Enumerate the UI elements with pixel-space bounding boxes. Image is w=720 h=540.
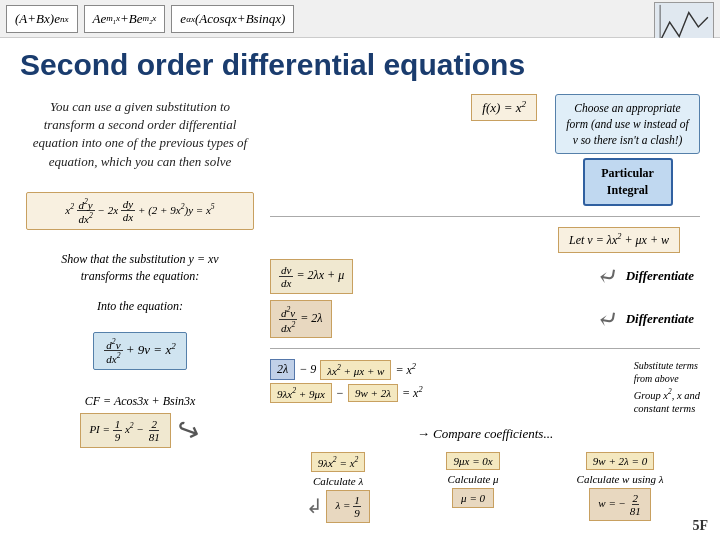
calc-mu-label: Calculate μ: [448, 473, 499, 485]
lambda-result-row: ↲ λ = 1 9: [306, 490, 369, 523]
formula-3: eαx(Acosqx + Bsinqx): [171, 5, 294, 33]
big-equation-block: x2 d2y dx2 − 2x dy dx + (2 + 9x2)y = x5: [20, 189, 260, 233]
nine-w-expr: 9w + 2λ: [348, 384, 398, 402]
slide-title: Second order differential equations: [20, 48, 700, 82]
lambda-eq: 9λx2 = x2: [311, 452, 366, 472]
calculate-row: 9λx2 = x2 Calculate λ ↲ λ = 1 9: [270, 452, 700, 523]
formula-1: (A + Bx)enx: [6, 5, 78, 33]
pi-equation: PI = 1 9 x2 − 2 81: [80, 413, 170, 448]
left-column: You can use a given substitution to tran…: [20, 94, 260, 523]
group-label: Group x2, x andconstant terms: [634, 387, 700, 416]
nine-lambda-expr: 9λx2 + 9μx: [270, 383, 332, 403]
diff2-row: d2v dx2 = 2λ ⤶ Differentiate: [270, 300, 694, 338]
fx-equation: f(x) = x2: [471, 94, 537, 121]
diff1-arrow: ⤶: [593, 259, 620, 293]
mu-result: μ = 0: [452, 488, 494, 508]
choose-box: Choose an appropriate form (and use w in…: [555, 94, 700, 154]
diff2-arrow: ⤶: [593, 302, 620, 336]
let-equation-row: Let v = λx2 + μx + w: [270, 227, 690, 253]
equals-x2-2: = x2: [402, 385, 423, 401]
inner-equation-block: d2v dx2 + 9v = x2: [20, 332, 260, 370]
intro-text: You can use a given substitution to tran…: [20, 94, 260, 175]
minus-sign: − 9: [299, 362, 316, 377]
right-column: f(x) = x2 Choose an appropriate form (an…: [270, 94, 700, 523]
lambda-result: λ = 1 9: [326, 490, 369, 523]
compare-text: → Compare coefficients...: [270, 426, 700, 442]
divider-1: [270, 216, 700, 217]
diff2-label: Differentiate: [626, 311, 694, 327]
mu-result-row: μ = 0: [452, 488, 494, 508]
w-eq: 9w + 2λ = 0: [586, 452, 654, 470]
into-text: Into the equation:: [20, 299, 260, 314]
content-area: You can use a given substitution to tran…: [20, 94, 700, 516]
divider-2: [270, 348, 700, 349]
diff1-row: dv dx = 2λx + μ ⤶ Differentiate: [270, 259, 694, 294]
calc-lambda: 9λx2 = x2 Calculate λ ↲ λ = 1 9: [306, 452, 369, 523]
two-lambda: 2λ: [270, 359, 295, 380]
show-text: Show that the substitution y = xvtransfo…: [20, 251, 260, 285]
calc-w: 9w + 2λ = 0 Calculate w using λ w = − 2 …: [577, 452, 664, 521]
lambda-expr: λx2 + μx + w: [320, 360, 391, 380]
lambda-arrow: ↲: [306, 494, 323, 518]
calc-w-label: Calculate w using λ: [577, 473, 664, 485]
minus-bracket: −: [336, 386, 344, 401]
equals-x2: = x2: [395, 362, 416, 378]
w-result-row: w = − 2 81: [589, 488, 650, 521]
substitute-label: Substitute termsfrom above: [634, 359, 698, 385]
slide-area: Second order differential equations You …: [0, 38, 720, 540]
particular-integral-label: ParticularIntegral: [583, 158, 673, 206]
sub-eq1-row: 2λ − 9 λx2 + μx + w = x2: [270, 359, 628, 380]
sub-eq2-row: 9λx2 + 9μx − 9w + 2λ = x2: [270, 383, 628, 403]
pi-arrow: ↩: [172, 411, 205, 450]
diff1-label: Differentiate: [626, 268, 694, 284]
formula-bar: (A + Bx)enx Aem1x + Bem2x eαx(Acosqx + B…: [0, 0, 720, 38]
mu-eq: 9μx = 0x: [446, 452, 499, 470]
labels-col: Substitute termsfrom above Group x2, x a…: [634, 359, 700, 416]
sub-equations: 2λ − 9 λx2 + μx + w = x2 9λx2 + 9μx − 9w…: [270, 359, 628, 403]
cf-equation: CF = Acos3x + Bsin3x: [20, 394, 260, 409]
let-equation: Let v = λx2 + μx + w: [558, 227, 680, 253]
dv-equation: dv dx = 2λx + μ: [270, 259, 353, 294]
formula-2: Aem1x + Bem2x: [84, 5, 166, 33]
substitute-section: 2λ − 9 λx2 + μx + w = x2 9λx2 + 9μx − 9w…: [270, 359, 700, 416]
inner-equation: d2v dx2 + 9v = x2: [93, 332, 186, 370]
w-result: w = − 2 81: [589, 488, 650, 521]
calc-lambda-label: Calculate λ: [313, 475, 363, 487]
pi-block: PI = 1 9 x2 − 2 81 ↩: [20, 413, 260, 448]
slide-number: 5F: [692, 518, 708, 534]
calc-mu: 9μx = 0x Calculate μ μ = 0: [446, 452, 499, 508]
big-equation: x2 d2y dx2 − 2x dy dx + (2 + 9x2)y = x5: [26, 192, 254, 230]
d2v-equation: d2v dx2 = 2λ: [270, 300, 332, 338]
